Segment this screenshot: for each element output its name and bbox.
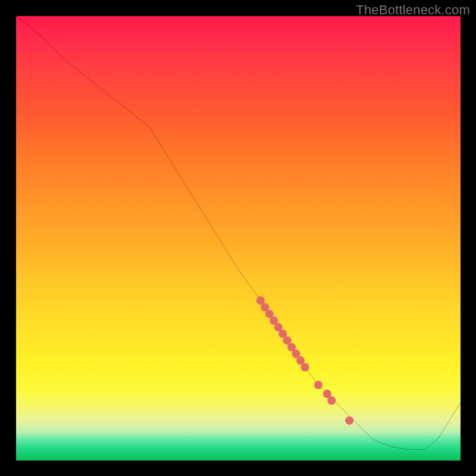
chart-container: TheBottleneck.com bbox=[0, 0, 476, 476]
data-point bbox=[314, 381, 322, 389]
watermark-text: TheBottleneck.com bbox=[356, 2, 470, 18]
data-point bbox=[300, 363, 309, 371]
data-point bbox=[345, 416, 353, 425]
curve-line bbox=[16, 16, 461, 449]
data-point bbox=[327, 396, 336, 405]
highlighted-points bbox=[256, 296, 354, 425]
bottleneck-curve bbox=[16, 16, 461, 461]
